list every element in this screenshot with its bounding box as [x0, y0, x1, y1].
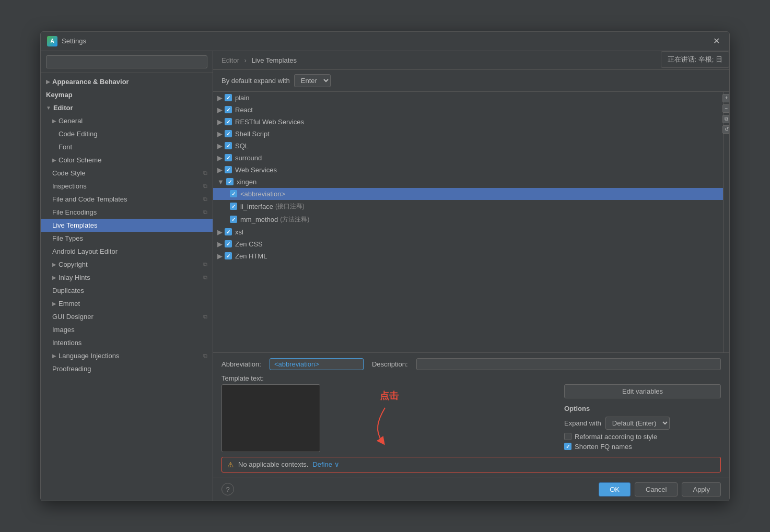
sidebar-item-general[interactable]: ▶ General [41, 114, 213, 127]
copy-template-button[interactable]: ⧉ [722, 115, 730, 123]
group-xingen-checkbox[interactable] [226, 178, 234, 185]
warning-icon: ⚠ [227, 460, 234, 469]
reformat-label: Reformat according to style [575, 433, 657, 441]
item-ii-interface[interactable]: ii_interface (接口注释) [213, 200, 723, 213]
sidebar-item-duplicates[interactable]: Duplicates [41, 284, 213, 297]
group-zen-css-checkbox[interactable] [225, 240, 232, 247]
sidebar-item-file-and-code-templates[interactable]: File and Code Templates ⧉ [41, 193, 213, 206]
bottom-panel: Abbreviation: Description: Template text… [213, 352, 729, 478]
group-shell-label: Shell Script [235, 130, 270, 138]
chevron-right-icon: ▶ [217, 154, 223, 162]
sidebar-item-label: File Encodings [52, 208, 97, 216]
restore-template-button[interactable]: ↺ [722, 125, 730, 134]
ok-button[interactable]: OK [599, 482, 631, 496]
expand-with-options-select[interactable]: Default (Enter) [605, 417, 670, 430]
group-xsl[interactable]: ▶ xsl [213, 226, 723, 238]
sidebar-item-code-style[interactable]: Code Style ⧉ [41, 167, 213, 180]
search-input[interactable] [46, 55, 207, 68]
chevron-right-icon: ▶ [217, 106, 223, 114]
group-zen-html-checkbox[interactable] [225, 252, 232, 259]
group-plain[interactable]: ▶ plain [213, 92, 723, 104]
shorten-fq-checkbox[interactable] [564, 443, 571, 450]
sidebar-item-live-templates[interactable]: Live Templates [41, 219, 213, 232]
sidebar-item-color-scheme[interactable]: ▶ Color Scheme [41, 153, 213, 167]
group-zen-html[interactable]: ▶ Zen HTML [213, 250, 723, 262]
sidebar-item-file-encodings[interactable]: File Encodings ⧉ [41, 206, 213, 219]
shorten-fq-label: Shorten FQ names [575, 443, 632, 451]
sidebar-item-label: Emmet [59, 300, 80, 308]
expand-with-select[interactable]: Enter [294, 74, 331, 87]
group-shell[interactable]: ▶ Shell Script [213, 128, 723, 140]
sidebar-item-font[interactable]: Font [41, 140, 213, 153]
item-mm-method-checkbox[interactable] [230, 216, 237, 223]
description-input[interactable] [416, 358, 721, 370]
item-abbreviation[interactable]: <abbreviation> [213, 188, 723, 200]
sidebar-item-copyright[interactable]: ▶ Copyright ⧉ [41, 258, 213, 271]
chevron-right-icon: ▶ [46, 79, 50, 85]
sidebar-item-code-editing[interactable]: Code Editing [41, 127, 213, 140]
help-button[interactable]: ? [221, 483, 234, 495]
sidebar-item-android-layout-editor[interactable]: Android Layout Editor [41, 245, 213, 258]
sidebar-item-images[interactable]: Images [41, 323, 213, 336]
sidebar-item-gui-designer[interactable]: GUI Designer ⧉ [41, 310, 213, 323]
sidebar-item-inspections[interactable]: Inspections ⧉ [41, 180, 213, 193]
sidebar-item-inlay-hints[interactable]: ▶ Inlay Hints ⧉ [41, 271, 213, 284]
sidebar-item-label: Proofreading [52, 365, 91, 373]
dialog-footer: ? OK Cancel Apply [213, 478, 729, 501]
add-template-button[interactable]: + [722, 94, 730, 102]
expand-with-options-row: Expand with Default (Enter) [564, 417, 721, 430]
shorten-fq-option[interactable]: Shorten FQ names [564, 443, 721, 451]
remove-template-button[interactable]: − [722, 104, 730, 113]
settings-dialog: A Settings ✕ 正在讲话: 辛根; 日 ▶ Appearance & … [40, 31, 730, 501]
sidebar-item-label: Intentions [52, 339, 81, 347]
breadcrumb: Editor › Live Templates [213, 51, 729, 70]
breadcrumb-current: Live Templates [252, 56, 297, 64]
breadcrumb-separator: › [244, 56, 247, 64]
item-mm-method[interactable]: mm_method (方法注释) [213, 213, 723, 226]
group-zen-css-label: Zen CSS [235, 240, 263, 248]
sidebar-item-label: Inspections [52, 182, 87, 190]
abbreviation-input[interactable] [270, 358, 364, 370]
reformat-checkbox[interactable] [564, 433, 571, 440]
group-surround-checkbox[interactable] [225, 154, 232, 161]
sidebar-item-keymap[interactable]: Keymap [41, 88, 213, 101]
item-ii-interface-checkbox[interactable] [230, 203, 237, 210]
sidebar-item-emmet[interactable]: ▶ Emmet [41, 297, 213, 310]
sidebar-item-intentions[interactable]: Intentions [41, 336, 213, 349]
sidebar-item-language-injections[interactable]: ▶ Language Injections ⧉ [41, 349, 213, 362]
group-webservices[interactable]: ▶ Web Services [213, 164, 723, 176]
sidebar-item-label: Language Injections [59, 352, 119, 360]
group-restful[interactable]: ▶ RESTful Web Services [213, 116, 723, 128]
sidebar-item-proofreading[interactable]: Proofreading [41, 362, 213, 375]
sidebar-item-editor[interactable]: ▼ Editor [41, 101, 213, 114]
sidebar-item-label: File and Code Templates [52, 195, 127, 203]
group-restful-checkbox[interactable] [225, 118, 232, 125]
group-plain-checkbox[interactable] [225, 94, 232, 101]
group-xingen[interactable]: ▼ xingen [213, 176, 723, 188]
group-react-checkbox[interactable] [225, 106, 232, 113]
group-xsl-checkbox[interactable] [225, 228, 232, 235]
group-shell-checkbox[interactable] [225, 130, 232, 137]
sidebar-item-file-types[interactable]: File Types [41, 232, 213, 245]
app-icon: A [47, 36, 57, 46]
edit-variables-button[interactable]: Edit variables [564, 384, 721, 398]
reformat-option[interactable]: Reformat according to style [564, 433, 721, 441]
group-sql[interactable]: ▶ SQL [213, 140, 723, 152]
apply-button[interactable]: Apply [682, 482, 721, 496]
item-abbreviation-checkbox[interactable] [230, 190, 237, 197]
breadcrumb-parent: Editor [221, 56, 239, 64]
title-bar-left: A Settings [47, 36, 86, 46]
group-react[interactable]: ▶ React [213, 104, 723, 116]
copy-icon: ⧉ [203, 313, 207, 320]
group-sql-checkbox[interactable] [225, 142, 232, 149]
search-box [41, 51, 213, 73]
close-button[interactable]: ✕ [710, 36, 723, 46]
template-textarea[interactable] [221, 384, 320, 452]
sidebar-item-appearance[interactable]: ▶ Appearance & Behavior [41, 75, 213, 88]
define-link[interactable]: Define ∨ [312, 460, 339, 468]
cancel-button[interactable]: Cancel [635, 482, 678, 496]
group-zen-css[interactable]: ▶ Zen CSS [213, 238, 723, 250]
group-webservices-checkbox[interactable] [225, 166, 232, 173]
group-surround[interactable]: ▶ surround [213, 152, 723, 164]
sidebar-item-label: Appearance & Behavior [52, 78, 129, 86]
